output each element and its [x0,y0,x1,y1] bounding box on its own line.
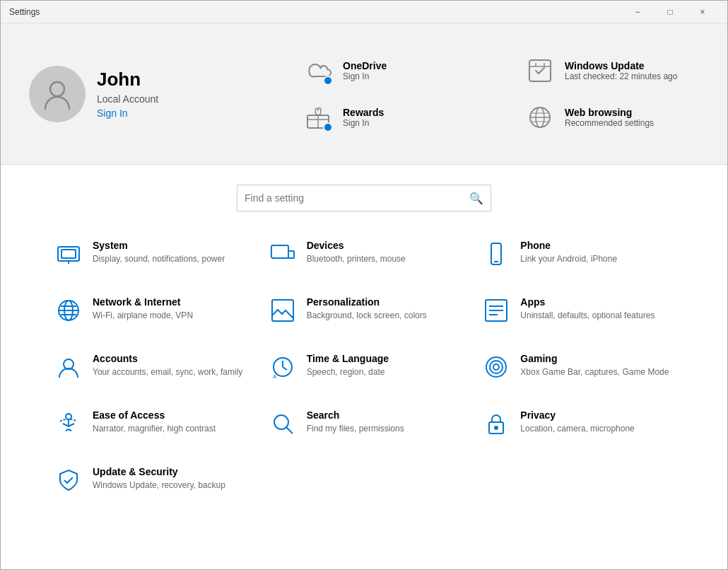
maximize-button[interactable]: □ [654,1,686,23]
setting-title-system: System [93,240,225,251]
setting-desc-system: Display, sound, notifications, power [93,253,225,265]
setting-desc-search: Find my files, permissions [307,423,404,435]
search-section: 🔍 [1,165,727,226]
setting-item-personalization[interactable]: Personalization Background, lock screen,… [257,282,471,339]
setting-text-time: Time & Language Speech, region, date [307,353,389,378]
svg-point-39 [495,426,498,429]
rewards-icon-wrap [302,101,334,134]
setting-text-network: Network & Internet Wi-Fi, airplane mode,… [93,296,193,322]
webbrowsing-icon-wrap [524,101,556,134]
onedrive-text: OneDrive Sign In [343,60,387,81]
setting-item-phone[interactable]: Phone Link your Android, iPhone [471,226,685,282]
setting-item-gaming[interactable]: Gaming Xbox Game Bar, captures, Game Mod… [471,339,685,395]
header-panel: John Local Account Sign In OneDrive Sign… [1,23,727,165]
windowsupdate-icon-wrap [524,54,556,87]
setting-text-apps: Apps Uninstall, defaults, optional featu… [520,296,654,322]
svg-rect-12 [271,245,288,258]
setting-item-time[interactable]: A Time & Language Speech, region, date [257,339,471,395]
onedrive-icon-wrap [302,54,334,87]
system-icon [54,240,83,268]
setting-item-network[interactable]: Network & Internet Wi-Fi, airplane mode,… [43,282,257,339]
setting-title-network: Network & Internet [93,296,193,308]
setting-title-gaming: Gaming [520,353,669,364]
svg-line-30 [283,367,287,370]
onedrive-service[interactable]: OneDrive Sign In [298,50,477,91]
rewards-service[interactable]: Rewards Sign In [298,97,477,138]
setting-item-accounts[interactable]: Accounts Your accounts, email, sync, wor… [43,339,257,395]
close-button[interactable]: × [686,1,719,23]
setting-item-easeofaccess[interactable]: Ease of Access Narrator, magnifier, high… [43,395,257,452]
avatar [29,66,86,122]
setting-title-personalization: Personalization [307,296,427,308]
setting-text-devices: Devices Bluetooth, printers, mouse [307,240,406,265]
webbrowsing-name: Web browsing [565,107,654,118]
webbrowsing-sub: Recommended settings [565,118,654,128]
setting-title-accounts: Accounts [93,353,242,364]
user-signin-link[interactable]: Sign In [97,107,158,119]
updatesecurity-icon [54,466,83,494]
setting-desc-updatesecurity: Windows Update, recovery, backup [93,479,225,492]
easeofaccess-icon [54,409,83,438]
setting-title-devices: Devices [307,240,406,251]
setting-item-privacy[interactable]: Privacy Location, camera, microphone [471,395,685,452]
setting-item-apps[interactable]: Apps Uninstall, defaults, optional featu… [471,282,685,339]
setting-text-personalization: Personalization Background, lock screen,… [307,296,427,322]
search-icon [269,409,297,438]
svg-point-33 [490,361,503,373]
setting-text-updatesecurity: Update & Security Windows Update, recove… [93,466,225,492]
setting-title-search: Search [307,409,404,421]
setting-text-accounts: Accounts Your accounts, email, sync, wor… [93,353,242,378]
svg-point-35 [66,414,71,419]
privacy-icon [482,409,510,438]
network-icon [54,296,83,325]
rewards-badge [323,122,333,132]
setting-text-system: System Display, sound, notifications, po… [93,240,225,265]
windowsupdate-sub: Last checked: 22 minutes ago [565,71,677,81]
setting-item-updatesecurity[interactable]: Update & Security Windows Update, recove… [43,452,257,508]
setting-text-gaming: Gaming Xbox Game Bar, captures, Game Mod… [520,353,669,378]
setting-desc-devices: Bluetooth, printers, mouse [307,253,406,265]
onedrive-name: OneDrive [343,60,387,71]
setting-desc-personalization: Background, lock screen, colors [307,310,427,322]
setting-desc-phone: Link your Android, iPhone [520,253,617,265]
setting-desc-privacy: Location, camera, microphone [520,423,634,435]
setting-item-search[interactable]: Search Find my files, permissions [257,395,471,452]
setting-desc-accounts: Your accounts, email, sync, work, family [93,366,242,378]
svg-rect-22 [272,300,293,321]
svg-line-37 [286,427,293,434]
setting-text-privacy: Privacy Location, camera, microphone [520,409,634,435]
webbrowsing-service[interactable]: Web browsing Recommended settings [519,97,699,138]
user-name: John [97,69,158,91]
account-type: Local Account [97,93,158,105]
setting-text-easeofaccess: Ease of Access Narrator, magnifier, high… [93,409,216,435]
setting-desc-easeofaccess: Narrator, magnifier, high contrast [93,423,216,435]
gaming-icon [482,353,510,381]
svg-rect-9 [61,250,76,258]
rewards-sub: Sign In [343,118,384,128]
setting-desc-network: Wi-Fi, airplane mode, VPN [93,310,193,322]
setting-text-phone: Phone Link your Android, iPhone [520,240,617,265]
windowsupdate-service[interactable]: Windows Update Last checked: 22 minutes … [519,50,699,91]
search-box: 🔍 [237,185,491,211]
setting-item-system[interactable]: System Display, sound, notifications, po… [43,226,257,282]
setting-title-updatesecurity: Update & Security [93,466,225,477]
setting-desc-time: Speech, region, date [307,366,389,378]
user-section: John Local Account Sign In [29,66,255,122]
windowsupdate-text: Windows Update Last checked: 22 minutes … [565,60,677,81]
devices-icon [269,240,297,268]
search-icon: 🔍 [469,192,483,205]
svg-rect-13 [288,251,294,258]
accounts-icon [54,353,83,381]
setting-desc-gaming: Xbox Game Bar, captures, Game Mode [520,366,669,378]
window-controls: − □ × [621,1,719,23]
svg-point-27 [64,359,74,369]
personalization-icon [269,296,297,325]
setting-desc-apps: Uninstall, defaults, optional features [520,310,654,322]
minimize-button[interactable]: − [621,1,654,23]
setting-title-time: Time & Language [307,353,389,364]
search-input[interactable] [245,192,469,204]
app-title: Settings [9,7,40,17]
setting-title-privacy: Privacy [520,409,634,421]
onedrive-sub: Sign In [343,71,387,81]
setting-item-devices[interactable]: Devices Bluetooth, printers, mouse [257,226,471,282]
